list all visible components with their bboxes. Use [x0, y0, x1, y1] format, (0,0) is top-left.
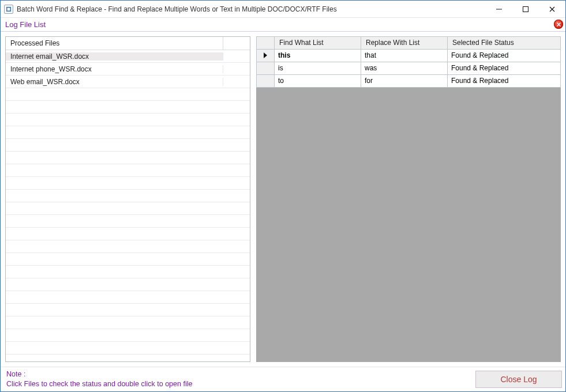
list-item[interactable]	[6, 215, 250, 228]
section-title: Log File List	[5, 20, 46, 29]
cell-status[interactable]: Found & Replaced	[448, 75, 561, 88]
content-area: Processed Files Internet email_WSR.docxI…	[1, 32, 565, 367]
table-row[interactable]: iswasFound & Replaced	[256, 62, 561, 75]
list-item[interactable]	[6, 240, 250, 253]
cell-find-what[interactable]: this	[275, 50, 361, 62]
cell-status[interactable]: Found & Replaced	[448, 50, 561, 62]
window-title: Batch Word Find & Replace - Find and Rep…	[17, 5, 337, 13]
current-row-icon	[263, 52, 268, 58]
processed-files-col-header[interactable]: Processed Files	[6, 37, 223, 50]
app-window: Batch Word Find & Replace - Find and Rep…	[0, 0, 566, 392]
table-row[interactable]: thisthatFound & Replaced	[256, 50, 561, 62]
list-item[interactable]	[6, 139, 250, 152]
panel-close-icon[interactable]	[554, 20, 563, 29]
list-item[interactable]	[6, 316, 250, 329]
list-item[interactable]	[6, 253, 250, 266]
list-item[interactable]	[6, 291, 250, 304]
processed-files-col-spare	[223, 37, 250, 50]
cell-find-what[interactable]: is	[275, 62, 361, 75]
list-item[interactable]: Internet phone_WSR.docx	[6, 63, 250, 76]
list-item[interactable]	[6, 126, 250, 139]
col-replace-with[interactable]: Replace With List	[361, 36, 448, 50]
processed-files-list[interactable]: Internet email_WSR.docxInternet phone_WS…	[6, 50, 250, 361]
grid-header: Find What List Replace With List Selecte…	[256, 36, 561, 50]
row-indicator	[256, 75, 275, 88]
cell-replace-with[interactable]: for	[361, 75, 448, 88]
note-label: Note :	[6, 370, 25, 378]
footer-note: Note : Click Files to check the status a…	[6, 370, 192, 389]
list-item[interactable]	[6, 228, 250, 240]
results-panel: Find What List Replace With List Selecte…	[256, 36, 561, 362]
grid-empty-area	[256, 88, 561, 362]
list-item[interactable]	[6, 202, 250, 215]
cell-replace-with[interactable]: was	[361, 62, 448, 75]
list-item[interactable]	[6, 114, 250, 126]
titlebar: Batch Word Find & Replace - Find and Rep…	[1, 1, 565, 18]
app-icon	[4, 5, 13, 14]
list-item[interactable]	[6, 88, 250, 101]
processed-files-header: Processed Files	[6, 37, 250, 51]
list-item[interactable]: Internet email_WSR.docx	[6, 50, 250, 63]
list-item[interactable]	[6, 329, 250, 342]
col-selected-status[interactable]: Selected File Status	[448, 36, 561, 50]
row-indicator	[256, 62, 275, 75]
section-header: Log File List	[1, 18, 565, 32]
list-item[interactable]	[6, 278, 250, 291]
processed-files-panel: Processed Files Internet email_WSR.docxI…	[5, 36, 250, 362]
note-text: Click Files to check the status and doub…	[6, 380, 192, 388]
list-item[interactable]	[6, 355, 250, 361]
maximize-button[interactable]	[512, 1, 539, 18]
svg-rect-2	[496, 9, 502, 9]
list-item[interactable]: Web email_WSR.docx	[6, 76, 250, 88]
svg-rect-3	[523, 6, 528, 12]
footer: Note : Click Files to check the status a…	[1, 367, 565, 391]
grid-body: thisthatFound & ReplacediswasFound & Rep…	[256, 50, 561, 88]
file-name: Web email_WSR.docx	[6, 78, 223, 86]
list-item[interactable]	[6, 164, 250, 177]
file-name: Internet phone_WSR.docx	[6, 65, 223, 73]
list-item[interactable]	[6, 190, 250, 202]
list-item[interactable]	[6, 101, 250, 114]
file-name: Internet email_WSR.docx	[6, 52, 223, 61]
cell-replace-with[interactable]: that	[361, 50, 448, 62]
close-button[interactable]	[539, 1, 565, 18]
list-item[interactable]	[6, 266, 250, 278]
results-grid[interactable]: Find What List Replace With List Selecte…	[256, 36, 561, 88]
row-indicator	[256, 50, 275, 62]
svg-rect-1	[8, 7, 10, 10]
table-row[interactable]: toforFound & Replaced	[256, 75, 561, 88]
list-item[interactable]	[6, 177, 250, 190]
cell-find-what[interactable]: to	[275, 75, 361, 88]
cell-status[interactable]: Found & Replaced	[448, 62, 561, 75]
list-item[interactable]	[6, 304, 250, 316]
grid-row-header-corner	[256, 36, 275, 50]
col-find-what[interactable]: Find What List	[275, 36, 361, 50]
list-item[interactable]	[6, 152, 250, 164]
list-item[interactable]	[6, 342, 250, 355]
minimize-button[interactable]	[486, 1, 512, 18]
close-log-button[interactable]: Close Log	[475, 371, 562, 388]
